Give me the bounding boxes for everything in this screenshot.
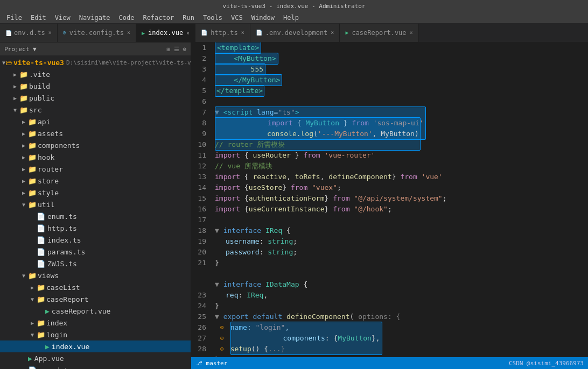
code-line-4: </MyButton> [215, 75, 586, 86]
menu-edit[interactable]: Edit [26, 14, 51, 22]
tree-caselist[interactable]: ▶ 📁 caseList [0, 281, 191, 293]
code-line-24: req: IReq, [215, 290, 586, 301]
tree-src[interactable]: ▼ 📁 src [0, 104, 191, 116]
sidebar: Project ▼ ⊞ ☰ ⚙ ▼ 🗁 vite-ts-vue3 D:\sisi… [0, 42, 191, 369]
code-line-16: import {useCurrentInstance} from "@/hook… [215, 204, 586, 215]
code-line-2: <MyButton> [215, 53, 586, 64]
tab-close-vite[interactable]: × [127, 30, 130, 36]
tab-env-d-ts[interactable]: 📄 env.d.ts × [0, 24, 58, 42]
line-numbers: 1 2 3 4 5 6 7 8 9 10 11 12 13 14 15 16 1… [191, 42, 213, 357]
code-line-28: ⊙ components: {MyButton}, [215, 333, 586, 344]
code-editor[interactable]: 1 2 3 4 5 6 7 8 9 10 11 12 13 14 15 16 1… [191, 42, 588, 357]
main-layout: Project ▼ ⊞ ☰ ⚙ ▼ 🗁 vite-ts-vue3 D:\sisi… [0, 42, 588, 369]
tree-style[interactable]: ▶ 📁 style [0, 187, 191, 198]
menu-vcs[interactable]: VCS [227, 14, 247, 22]
tree-vite[interactable]: ▶ 📁 .vite [0, 68, 191, 80]
sidebar-icons: ⊞ ☰ ⚙ [167, 46, 187, 53]
menu-code[interactable]: Code [115, 14, 139, 22]
code-line-23: ▼ interface IDataMap { [215, 279, 586, 290]
tree-casereport-vue[interactable]: ▶ caseReport.vue [0, 305, 191, 317]
tab-bar: 📄 env.d.ts × ⚙ vite.config.ts × ▶ index.… [0, 24, 588, 42]
tree-util[interactable]: ▼ 📁 util [0, 198, 191, 210]
tree-env-d-ts[interactable]: 📄 env.d.ts [0, 364, 191, 369]
tree-index-ts[interactable]: 📄 index.ts [0, 234, 191, 246]
sidebar-title: Project ▼ [4, 46, 37, 53]
tab-env-development[interactable]: 📄 .env.development × [250, 24, 340, 42]
sidebar-tree: ▼ 🗁 vite-ts-vue3 D:\sisimi\me\vite-proje… [0, 55, 191, 369]
tab-close-index[interactable]: × [186, 30, 190, 36]
tab-close-http[interactable]: × [241, 30, 244, 36]
tree-hook[interactable]: ▶ 📁 hook [0, 151, 191, 163]
menu-bar: File Edit View Navigate Code Refactor Ru… [0, 12, 588, 24]
tree-components[interactable]: ▶ 📁 components [0, 139, 191, 151]
code-line-11: import { useRouter } from 'vue-router' [215, 150, 586, 161]
code-line-14: import {useStore} from "vuex"; [215, 182, 586, 193]
tree-http-ts[interactable]: 📄 http.ts [0, 222, 191, 234]
tree-enum-ts[interactable]: 📄 enum.ts [0, 210, 191, 222]
editor-area: 1 2 3 4 5 6 7 8 9 10 11 12 13 14 15 16 1… [191, 42, 588, 369]
tree-zwjs-ts[interactable]: 📄 ZWJS.ts [0, 258, 191, 269]
code-line-6 [215, 96, 586, 107]
tree-public[interactable]: ▶ 📁 public [0, 92, 191, 104]
tree-api[interactable]: ▶ 📁 api [0, 116, 191, 127]
tree-store[interactable]: ▶ 📁 store [0, 175, 191, 187]
tree-assets[interactable]: ▶ 📁 assets [0, 127, 191, 139]
tab-index-vue[interactable]: ▶ index.vue × [136, 24, 195, 42]
tree-index-vue[interactable]: ▶ index.vue [0, 340, 191, 352]
tab-close-env-dev[interactable]: × [331, 30, 334, 36]
code-line-3: 555 [215, 64, 586, 75]
menu-refactor[interactable]: Refactor [138, 14, 178, 22]
code-line-20: password: string; [215, 247, 586, 258]
menu-tools[interactable]: Tools [199, 14, 227, 22]
code-line-21: } [215, 258, 586, 279]
tab-close-env[interactable]: × [48, 30, 52, 36]
code-line-9: console.log('---MyButton', MyButton) [215, 129, 586, 139]
tree-params-ts[interactable]: 📄 params.ts [0, 246, 191, 258]
status-right: CSDN @sisimi_43966973 [509, 360, 584, 367]
tab-http-ts[interactable]: 📄 http.ts × [195, 24, 250, 42]
code-content: <template> <MyButton> 555 </MyButton> [213, 42, 588, 357]
tab-vite-config[interactable]: ⚙ vite.config.ts × [58, 24, 136, 42]
tree-build[interactable]: ▶ 📁 build [0, 80, 191, 92]
code-line-19: username: string; [215, 236, 586, 247]
code-line-17 [215, 215, 586, 225]
menu-file[interactable]: File [2, 14, 26, 22]
status-bar: ⎇ master CSDN @sisimi_43966973 [191, 357, 588, 369]
code-line-13: import { reactive, toRefs, defineCompone… [215, 172, 586, 182]
code-line-15: import {authenticationForm} from "@/api/… [215, 193, 586, 204]
title-bar-text: vite-ts-vue3 - index.vue - Administrator [4, 3, 584, 10]
code-line-29: ⊙setup() {...} [215, 344, 586, 354]
code-line-5: </template> [215, 86, 586, 96]
menu-window[interactable]: Window [247, 14, 279, 22]
status-branch: ⎇ master [195, 360, 227, 367]
code-line-1: <template> [215, 42, 586, 53]
code-line-26: ▼ export default defineComponent( option… [215, 311, 586, 322]
watermark-text: CSDN @sisimi_43966973 [509, 360, 584, 367]
tree-app-vue[interactable]: ▶ App.vue [0, 352, 191, 364]
menu-help[interactable]: Help [279, 14, 303, 22]
tree-views[interactable]: ▼ 📁 views [0, 269, 191, 281]
tree-casereport[interactable]: ▼ 📁 caseReport [0, 293, 191, 305]
code-line-12: // vue 所需模块 [215, 161, 586, 172]
menu-run[interactable]: Run [178, 14, 199, 22]
sidebar-header: Project ▼ ⊞ ☰ ⚙ [0, 42, 191, 55]
tab-close-case-report[interactable]: × [410, 30, 413, 36]
tree-root[interactable]: ▼ 🗁 vite-ts-vue3 D:\sisimi\me\vite-proje… [0, 56, 191, 68]
tree-login[interactable]: ▼ 📁 login [0, 329, 191, 340]
menu-navigate[interactable]: Navigate [75, 14, 115, 22]
title-bar: vite-ts-vue3 - index.vue - Administrator [0, 0, 588, 12]
tab-case-report[interactable]: ▶ caseReport.vue × [340, 24, 418, 42]
tree-index-folder[interactable]: ▶ 📁 index [0, 317, 191, 329]
tree-router[interactable]: ▶ 📁 router [0, 163, 191, 175]
code-line-18: ▼ interface IReq { [215, 225, 586, 236]
menu-view[interactable]: View [51, 14, 75, 22]
code-line-25: } [215, 301, 586, 311]
